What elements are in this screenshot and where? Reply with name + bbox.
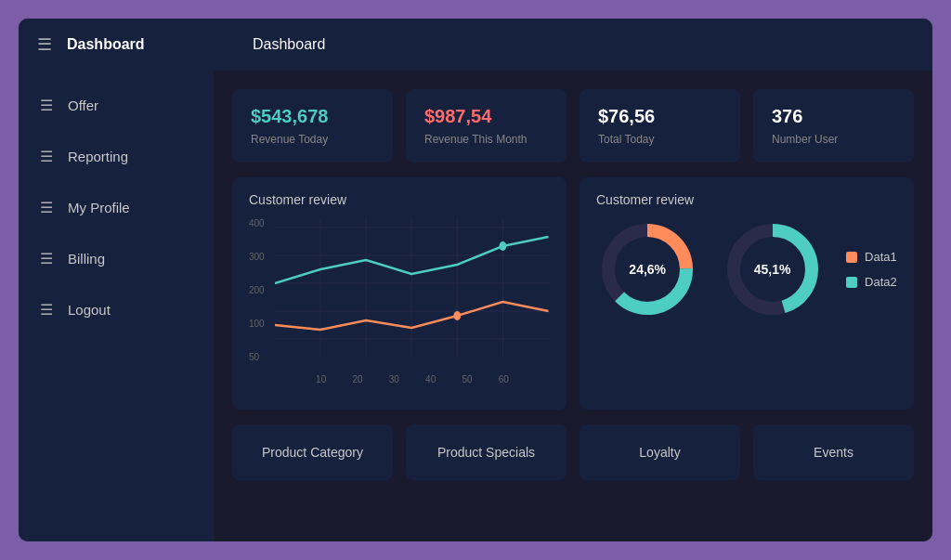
x-label-20: 20: [352, 374, 362, 384]
sidebar-item-reporting[interactable]: ☰ Reporting: [19, 131, 214, 182]
legend-dot-data1: [846, 252, 857, 263]
line-chart-title: Customer review: [249, 192, 550, 207]
legend-label-data1: Data1: [865, 250, 897, 264]
sidebar-item-logout-label: Logout: [68, 302, 111, 318]
stat-card-total-today: $76,56 Total Today: [580, 89, 740, 163]
stat-card-number-user: 376 Number User: [753, 89, 914, 163]
donut-chart-card: Customer review 24,6%: [580, 177, 914, 410]
bottom-card-events[interactable]: Events: [753, 424, 914, 480]
header: ☰ Dashboard Dashboard: [19, 19, 932, 71]
legend-item-data2: Data2: [846, 275, 897, 289]
sidebar-item-my-profile[interactable]: ☰ My Profile: [19, 182, 214, 233]
bottom-card-product-category[interactable]: Product Category: [232, 424, 393, 480]
stat-label-number-user: Number User: [772, 133, 895, 146]
donut-2: 45,1%: [722, 218, 824, 320]
header-brand: Dashboard: [67, 36, 215, 53]
sidebar-item-reporting-label: Reporting: [68, 149, 128, 164]
y-label-200: 200: [249, 285, 265, 295]
bottom-card-loyalty-label: Loyalty: [639, 445, 680, 460]
stat-label-revenue-today: Revenue Today: [251, 133, 374, 146]
y-label-300: 300: [249, 252, 265, 262]
stat-label-total-today: Total Today: [598, 133, 722, 146]
bottom-card-product-specials-label: Product Specials: [437, 445, 535, 460]
legend-item-data1: Data1: [846, 250, 897, 264]
bottom-row: Product Category Product Specials Loyalt…: [232, 424, 914, 480]
bottom-card-product-specials[interactable]: Product Specials: [406, 424, 567, 480]
donut-chart-title: Customer review: [596, 192, 897, 207]
chart-x-labels: 10 20 30 40 50 60: [275, 371, 550, 384]
legend-label-data2: Data2: [865, 275, 897, 289]
stat-value-total-today: $76,56: [598, 106, 722, 127]
menu-icon: ☰: [40, 250, 53, 267]
x-label-40: 40: [425, 374, 436, 384]
line-chart-svg: [275, 218, 550, 367]
sidebar: ☰ Offer ☰ Reporting ☰ My Profile ☰ Billi…: [19, 71, 214, 541]
svg-point-10: [499, 241, 506, 251]
donut-section: 24,6% 45,1%: [596, 218, 897, 320]
donut-1: 24,6%: [596, 218, 698, 320]
charts-row: Customer review 400 300 200 100 50: [232, 177, 914, 410]
stat-value-revenue-today: $543,678: [251, 106, 374, 127]
body: ☰ Offer ☰ Reporting ☰ My Profile ☰ Billi…: [19, 71, 932, 541]
main-content: $543,678 Revenue Today $987,54 Revenue T…: [214, 71, 932, 541]
menu-icon: ☰: [40, 199, 53, 216]
sidebar-item-offer[interactable]: ☰ Offer: [19, 80, 214, 131]
y-label-400: 400: [249, 218, 265, 228]
stats-row: $543,678 Revenue Today $987,54 Revenue T…: [232, 89, 914, 163]
x-label-60: 60: [499, 374, 509, 384]
x-label-30: 30: [389, 374, 399, 384]
x-label-10: 10: [316, 374, 326, 384]
stat-value-number-user: 376: [772, 106, 895, 127]
bottom-card-events-label: Events: [814, 445, 853, 460]
y-label-100: 100: [249, 319, 265, 329]
menu-icon: ☰: [40, 97, 53, 114]
x-label-50: 50: [462, 374, 472, 384]
bottom-card-loyalty[interactable]: Loyalty: [580, 424, 740, 480]
header-title: Dashboard: [253, 36, 325, 53]
app-container: ☰ Dashboard Dashboard ☰ Offer ☰ Reportin…: [19, 19, 932, 541]
bottom-card-product-category-label: Product Category: [262, 445, 363, 460]
legend: Data1 Data2: [846, 250, 897, 289]
line-chart-container: 400 300 200 100 50: [249, 218, 550, 395]
donut-2-label: 45,1%: [754, 262, 791, 277]
y-label-50: 50: [249, 352, 265, 362]
svg-point-11: [453, 311, 461, 320]
sidebar-item-billing-label: Billing: [68, 251, 105, 267]
menu-icon: ☰: [40, 148, 53, 165]
sidebar-item-logout[interactable]: ☰ Logout: [19, 284, 214, 335]
sidebar-item-billing[interactable]: ☰ Billing: [19, 233, 214, 284]
stat-value-revenue-month: $987,54: [424, 106, 548, 127]
header-menu-icon[interactable]: ☰: [37, 34, 52, 55]
menu-icon: ☰: [40, 301, 53, 319]
sidebar-item-offer-label: Offer: [68, 98, 98, 113]
y-axis: 400 300 200 100 50: [249, 218, 265, 362]
sidebar-item-my-profile-label: My Profile: [68, 200, 130, 215]
stat-card-revenue-today: $543,678 Revenue Today: [232, 89, 393, 163]
donut-1-label: 24,6%: [629, 262, 666, 277]
stat-card-revenue-month: $987,54 Revenue This Month: [406, 89, 567, 163]
line-chart-card: Customer review 400 300 200 100 50: [232, 177, 567, 410]
stat-label-revenue-month: Revenue This Month: [424, 133, 548, 146]
legend-dot-data2: [846, 277, 857, 288]
